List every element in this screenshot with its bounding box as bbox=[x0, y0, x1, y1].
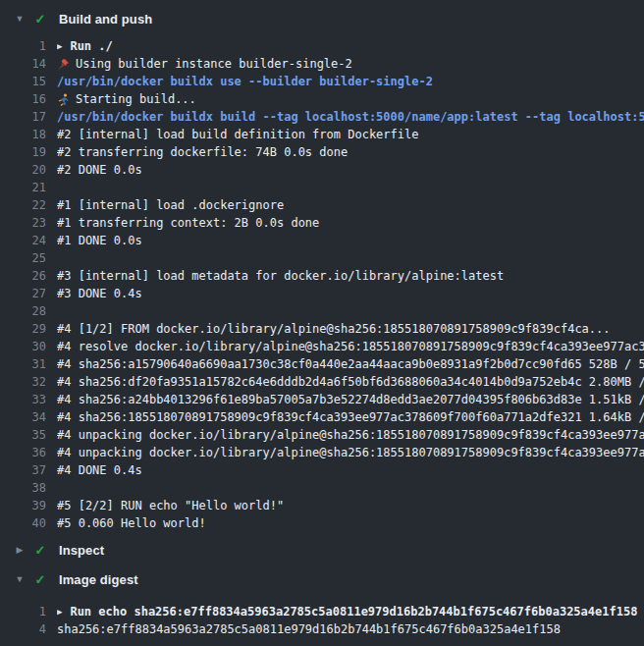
log-line: 30 #4 resolve docker.io/library/alpine@s… bbox=[0, 338, 644, 355]
check-icon: ✓ bbox=[33, 572, 47, 587]
section-title: Image digest bbox=[59, 572, 138, 587]
chevron-down-icon[interactable]: ▼ bbox=[14, 14, 26, 24]
line-text: #4 unpacking docker.io/library/alpine@sh… bbox=[57, 444, 644, 461]
line-text: #4 [1/2] FROM docker.io/library/alpine@s… bbox=[57, 320, 644, 338]
line-number[interactable]: 16 bbox=[0, 90, 46, 108]
line-text: /usr/bin/docker buildx build --tag local… bbox=[57, 108, 644, 126]
log-line: 25 bbox=[0, 249, 644, 267]
line-number[interactable]: 1 bbox=[0, 37, 46, 55]
line-text: #3 [internal] load metadata for docker.i… bbox=[57, 267, 644, 285]
section-title: Build and push bbox=[59, 12, 152, 27]
section-header[interactable]: ▶ ✓ Inspect bbox=[0, 536, 644, 564]
log-line: 4 sha256:e7ff8834a5963a2785c5a0811e979d1… bbox=[0, 620, 644, 638]
line-text[interactable]: ▶Run ./ bbox=[57, 37, 644, 55]
log-viewer: ▼ ✓ Build and push 1 ▶Run ./ 14 Using bu… bbox=[0, 5, 644, 638]
line-text: #2 [internal] load build definition from… bbox=[57, 126, 644, 143]
log-line: 27 #3 DONE 0.4s bbox=[0, 285, 644, 302]
line-number[interactable]: 14 bbox=[0, 55, 46, 73]
log-line: 23 #1 transferring context: 2B 0.0s done bbox=[0, 214, 644, 232]
line-number[interactable]: 20 bbox=[0, 161, 46, 179]
log-line: 16 Starting build... bbox=[0, 90, 644, 108]
line-text: #4 sha256:185518070891758909c9f839cf4ca3… bbox=[57, 408, 644, 426]
log-line: 1 ▶Run echo sha256:e7ff8834a5963a2785c5a… bbox=[0, 603, 644, 620]
line-text: #1 transferring context: 2B 0.0s done bbox=[57, 214, 644, 232]
log-line: 24 #1 DONE 0.0s bbox=[0, 232, 644, 249]
line-text: #4 sha256:df20fa9351a15782c64e6dddb2d4a6… bbox=[57, 373, 644, 391]
line-number[interactable]: 22 bbox=[0, 196, 46, 214]
pushpin-icon bbox=[57, 58, 70, 71]
line-text: #5 0.060 Hello world! bbox=[57, 514, 644, 532]
line-number[interactable]: 31 bbox=[0, 355, 46, 373]
chevron-right-icon[interactable]: ▶ bbox=[14, 545, 26, 555]
line-number[interactable]: 19 bbox=[0, 143, 46, 161]
line-number[interactable]: 27 bbox=[0, 285, 46, 302]
log-line: 21 bbox=[0, 179, 644, 196]
line-number[interactable]: 30 bbox=[0, 338, 46, 355]
line-number[interactable]: 15 bbox=[0, 73, 46, 90]
log-line: 22 #1 [internal] load .dockerignore bbox=[0, 196, 644, 214]
line-number[interactable]: 33 bbox=[0, 391, 46, 408]
log-line: 40 #5 0.060 Hello world! bbox=[0, 514, 644, 532]
log-line: 15 /usr/bin/docker buildx use --builder … bbox=[0, 73, 644, 90]
line-number[interactable]: 32 bbox=[0, 373, 46, 391]
log-line: 36 #4 unpacking docker.io/library/alpine… bbox=[0, 444, 644, 461]
log-line: 39 #5 [2/2] RUN echo "Hello world!" bbox=[0, 497, 644, 514]
line-text: #3 DONE 0.4s bbox=[57, 285, 644, 302]
runner-icon bbox=[57, 93, 70, 106]
log-line: 14 Using builder instance builder-single… bbox=[0, 55, 644, 73]
log-line: 19 #2 transferring dockerfile: 74B 0.0s … bbox=[0, 143, 644, 161]
line-text: #4 unpacking docker.io/library/alpine@sh… bbox=[57, 426, 644, 444]
section-header[interactable]: ▼ ✓ Build and push bbox=[0, 5, 644, 32]
line-number[interactable]: 38 bbox=[0, 479, 46, 497]
line-number[interactable]: 39 bbox=[0, 497, 46, 514]
line-number[interactable]: 1 bbox=[0, 603, 46, 620]
line-text[interactable]: ▶Run echo sha256:e7ff8834a5963a2785c5a08… bbox=[57, 603, 644, 620]
line-number[interactable]: 21 bbox=[0, 179, 46, 196]
log-line: 32 #4 sha256:df20fa9351a15782c64e6dddb2d… bbox=[0, 373, 644, 391]
line-number[interactable]: 37 bbox=[0, 461, 46, 479]
line-number[interactable]: 25 bbox=[0, 249, 46, 267]
expand-run-icon[interactable]: ▶ bbox=[57, 603, 62, 620]
log-line: 33 #4 sha256:a24bb4013296f61e89ba57005a7… bbox=[0, 391, 644, 408]
log-line: 35 #4 unpacking docker.io/library/alpine… bbox=[0, 426, 644, 444]
log-line: 38 bbox=[0, 479, 644, 497]
line-text: #4 sha256:a24bb4013296f61e89ba57005a7b3e… bbox=[57, 391, 644, 408]
line-text: Using builder instance builder-single-2 bbox=[57, 55, 644, 73]
line-number[interactable]: 36 bbox=[0, 444, 46, 461]
section-title: Inspect bbox=[59, 543, 104, 558]
line-text: #4 resolve docker.io/library/alpine@sha2… bbox=[57, 338, 644, 355]
log-line: 34 #4 sha256:185518070891758909c9f839cf4… bbox=[0, 408, 644, 426]
log-line: 20 #2 DONE 0.0s bbox=[0, 161, 644, 179]
log-line: 17 /usr/bin/docker buildx build --tag lo… bbox=[0, 108, 644, 126]
line-text: Starting build... bbox=[57, 90, 644, 108]
line-number[interactable]: 35 bbox=[0, 426, 46, 444]
section-inspect: ▶ ✓ Inspect bbox=[0, 536, 644, 564]
line-number[interactable]: 40 bbox=[0, 514, 46, 532]
line-number[interactable]: 17 bbox=[0, 108, 46, 126]
line-text: #1 DONE 0.0s bbox=[57, 232, 644, 249]
line-number[interactable]: 29 bbox=[0, 320, 46, 338]
line-number[interactable]: 4 bbox=[0, 620, 46, 638]
line-text: #5 [2/2] RUN echo "Hello world!" bbox=[57, 497, 644, 514]
line-number[interactable]: 28 bbox=[0, 302, 46, 320]
line-text: #4 sha256:a15790640a6690aa1730c38cf0a440… bbox=[57, 355, 644, 373]
log-line: 37 #4 DONE 0.4s bbox=[0, 461, 644, 479]
line-text: #4 DONE 0.4s bbox=[57, 461, 644, 479]
line-number[interactable]: 24 bbox=[0, 232, 46, 249]
section-header[interactable]: ▼ ✓ Image digest bbox=[0, 565, 644, 593]
expand-run-icon[interactable]: ▶ bbox=[57, 37, 62, 55]
chevron-down-icon[interactable]: ▼ bbox=[14, 574, 26, 584]
log-line: 26 #3 [internal] load metadata for docke… bbox=[0, 267, 644, 285]
section-image-digest: ▼ ✓ Image digest 1 ▶Run echo sha256:e7ff… bbox=[0, 565, 644, 638]
line-number[interactable]: 23 bbox=[0, 214, 46, 232]
line-text: #2 transferring dockerfile: 74B 0.0s don… bbox=[57, 143, 644, 161]
line-text: #2 DONE 0.0s bbox=[57, 161, 644, 179]
line-number[interactable]: 18 bbox=[0, 126, 46, 143]
check-icon: ✓ bbox=[33, 12, 47, 27]
line-number[interactable]: 26 bbox=[0, 267, 46, 285]
line-text: /usr/bin/docker buildx use --builder bui… bbox=[57, 73, 644, 90]
log-line: 29 #4 [1/2] FROM docker.io/library/alpin… bbox=[0, 320, 644, 338]
line-number[interactable]: 34 bbox=[0, 408, 46, 426]
log-block: 1 ▶Run echo sha256:e7ff8834a5963a2785c5a… bbox=[0, 603, 644, 638]
section-build-and-push: ▼ ✓ Build and push 1 ▶Run ./ 14 Using bu… bbox=[0, 5, 644, 532]
